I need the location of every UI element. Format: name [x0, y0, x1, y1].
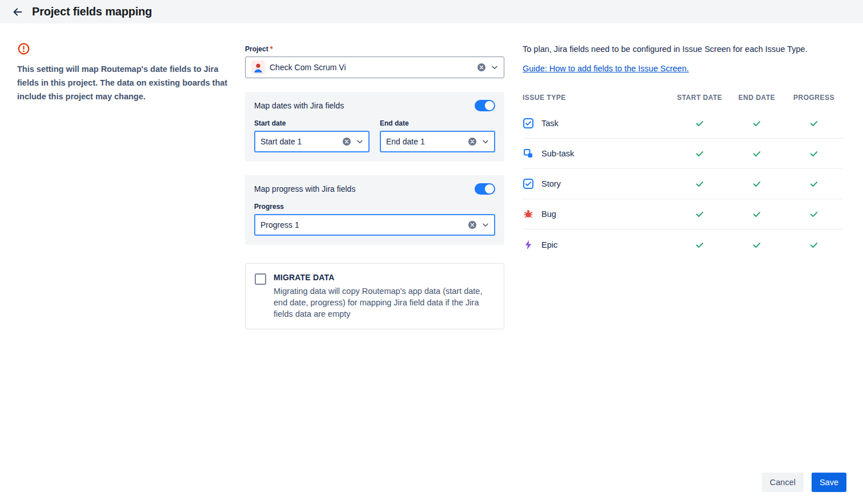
project-select[interactable]: Check Com Scrum Vi — [245, 57, 504, 78]
clear-icon — [342, 137, 351, 146]
issue-screen-panel: To plan, Jira fields need to be configur… — [523, 45, 842, 260]
progress-label: Progress — [254, 202, 495, 211]
column-header-start-date: START DATE — [671, 94, 728, 102]
start-date-check — [671, 118, 728, 128]
task-icon — [523, 118, 534, 129]
issue-type-label: Task — [541, 119, 559, 128]
map-dates-card: Map dates with Jira fields Start date St… — [245, 92, 504, 162]
end-date-select[interactable]: End date 1 — [380, 131, 495, 152]
progress-check — [785, 209, 842, 219]
mapping-form: Project * Check Com Scrum Vi Map dates w… — [245, 45, 504, 329]
issue-type-label: Epic — [541, 240, 557, 249]
check-icon — [695, 179, 705, 189]
start-date-label: Start date — [254, 119, 370, 128]
story-icon — [523, 178, 534, 189]
clear-end-date-button[interactable] — [468, 137, 477, 146]
migrate-data-checkbox[interactable] — [255, 273, 266, 285]
check-icon — [752, 148, 762, 159]
page-title: Project fields mapping — [32, 5, 152, 18]
check-icon — [809, 118, 819, 128]
project-label-text: Project — [245, 45, 268, 53]
check-icon — [695, 209, 705, 219]
progress-value: Progress 1 — [260, 220, 463, 229]
issue-type-label: Bug — [541, 209, 556, 219]
column-header-end-date: END DATE — [728, 94, 785, 102]
chevron-down-icon — [481, 221, 489, 229]
start-date-check — [671, 209, 728, 219]
start-date-value: Start date 1 — [260, 137, 338, 146]
required-asterisk: * — [270, 45, 273, 53]
progress-check — [785, 179, 842, 189]
check-icon — [809, 148, 819, 159]
chevron-down-icon — [491, 63, 499, 71]
map-dates-toggle[interactable] — [475, 100, 495, 111]
check-icon — [809, 179, 819, 189]
warning-icon — [17, 42, 30, 55]
progress-select[interactable]: Progress 1 — [254, 214, 495, 236]
map-dates-title: Map dates with Jira fields — [254, 101, 344, 110]
start-date-check — [671, 179, 728, 189]
clear-project-button[interactable] — [477, 63, 486, 72]
map-progress-card: Map progress with Jira fields Progress P… — [245, 175, 504, 245]
project-select-value: Check Com Scrum Vi — [270, 63, 472, 72]
end-date-check — [728, 240, 785, 250]
clear-start-date-button[interactable] — [342, 137, 351, 146]
panel-intro-text: To plan, Jira fields need to be configur… — [523, 45, 842, 54]
chevron-down-icon — [356, 138, 364, 146]
toggle-knob — [485, 101, 494, 110]
check-icon — [809, 240, 819, 250]
start-date-check — [671, 148, 728, 159]
map-progress-title: Map progress with Jira fields — [254, 184, 355, 193]
clear-icon — [468, 220, 477, 229]
top-bar: Project fields mapping — [0, 0, 863, 23]
migrate-data-description: Migrating data will copy Routemap's app … — [274, 285, 489, 320]
chevron-down-icon — [481, 138, 489, 146]
end-date-value: End date 1 — [386, 137, 463, 146]
project-avatar-icon — [251, 61, 265, 74]
map-progress-toggle[interactable] — [475, 183, 495, 195]
clear-icon — [468, 137, 477, 146]
epic-icon — [523, 239, 534, 251]
end-date-check — [728, 148, 785, 159]
column-header-issue-type: ISSUE TYPE — [523, 94, 671, 102]
arrow-left-icon — [11, 6, 24, 18]
start-date-select[interactable]: Start date 1 — [254, 131, 370, 152]
end-date-check — [728, 209, 785, 219]
table-row: Bug — [523, 199, 842, 229]
table-row: Story — [523, 169, 842, 199]
bug-icon — [523, 208, 534, 220]
clear-progress-button[interactable] — [468, 220, 477, 229]
check-icon — [752, 209, 762, 219]
back-button[interactable] — [10, 5, 25, 19]
subtask-icon — [523, 148, 534, 159]
issue-type-label: Sub-task — [541, 149, 574, 158]
check-icon — [752, 240, 762, 250]
cancel-button[interactable]: Cancel — [762, 473, 804, 492]
project-field-label: Project * — [245, 45, 504, 54]
footer-actions: Cancel Save — [762, 473, 846, 492]
check-icon — [752, 118, 762, 128]
issue-type-table: ISSUE TYPE START DATE END DATE PROGRESS … — [523, 87, 842, 260]
progress-check — [785, 118, 842, 128]
toggle-knob — [485, 184, 494, 193]
end-date-label: End date — [380, 119, 495, 128]
end-date-check — [728, 179, 785, 189]
migrate-data-title: MIGRATE DATA — [274, 273, 489, 282]
column-header-progress: PROGRESS — [785, 94, 842, 102]
table-row: Task — [523, 108, 842, 139]
check-icon — [752, 179, 762, 189]
table-row: Epic — [523, 229, 842, 260]
progress-check — [785, 240, 842, 250]
guide-link[interactable]: Guide: How to add fields to the Issue Sc… — [523, 64, 689, 73]
check-icon — [695, 118, 705, 128]
start-date-check — [671, 240, 728, 250]
check-icon — [809, 209, 819, 219]
info-text: This setting will map Routemap's date fi… — [17, 62, 230, 103]
save-button[interactable]: Save — [812, 473, 846, 492]
progress-check — [785, 148, 842, 159]
clear-icon — [477, 63, 486, 72]
table-row: Sub-task — [523, 139, 842, 169]
table-header-row: ISSUE TYPE START DATE END DATE PROGRESS — [523, 87, 842, 108]
info-panel: This setting will map Routemap's date fi… — [17, 42, 230, 103]
check-icon — [695, 148, 705, 159]
